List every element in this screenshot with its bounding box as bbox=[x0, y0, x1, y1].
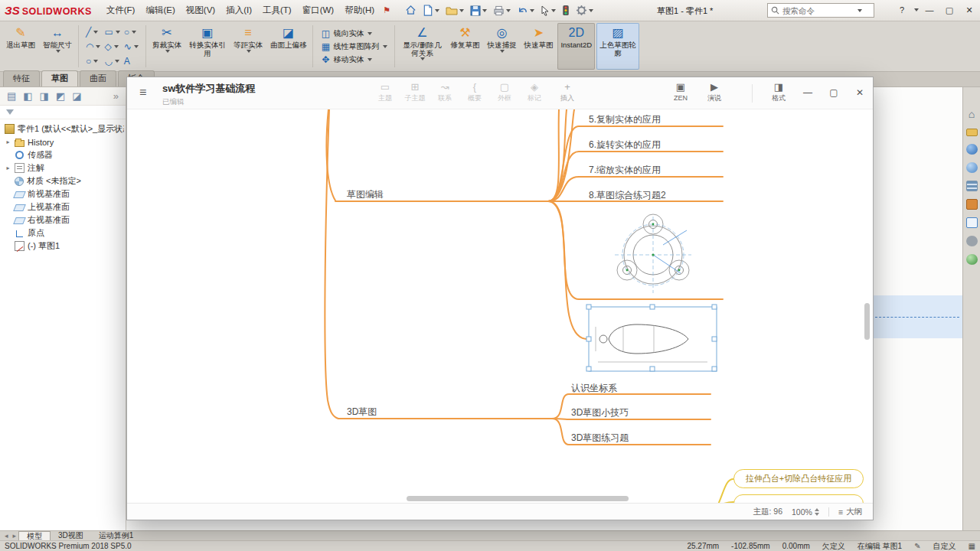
horizontal-scrollbar[interactable] bbox=[407, 496, 629, 501]
convert-entities-button[interactable]: ▣ 转换实体引用 bbox=[186, 23, 229, 70]
tool-boundary[interactable]: ▢ 外框 bbox=[490, 81, 519, 102]
arc-tool[interactable]: ◠ bbox=[86, 39, 100, 54]
pin-menu-icon[interactable]: ⚑ bbox=[383, 5, 390, 15]
tree-item-right-plane[interactable]: 右视基准面 bbox=[2, 214, 124, 227]
menu-file[interactable]: 文件(F) bbox=[101, 2, 141, 18]
menu-view[interactable]: 视图(V) bbox=[181, 2, 220, 18]
exit-sketch-button[interactable]: ✎ 退出草图 bbox=[3, 23, 38, 70]
save-button[interactable] bbox=[468, 4, 489, 18]
command-search[interactable] bbox=[767, 3, 874, 18]
open-button[interactable] bbox=[443, 4, 466, 18]
panel-chevron-icon[interactable]: » bbox=[113, 90, 119, 102]
offset-entities-button[interactable]: ≡ 等距实体 bbox=[230, 23, 266, 70]
tool-marker[interactable]: ◈ 标记 bbox=[520, 81, 549, 102]
branch-node-3d-sketch[interactable]: 3D草图 bbox=[347, 406, 377, 419]
fillet-tool[interactable]: ◡ bbox=[104, 54, 119, 68]
menu-edit[interactable]: 编辑(E) bbox=[140, 2, 180, 18]
tab-model[interactable]: 模型 bbox=[18, 531, 51, 540]
leaf-sketch-exercise2[interactable]: 8.草图综合练习题2 bbox=[589, 189, 666, 202]
tree-item-front-plane[interactable]: 前视基准面 bbox=[2, 187, 124, 201]
expand-arrow-icon[interactable]: ▸ bbox=[5, 139, 11, 145]
quick-snaps-button[interactable]: ◎ 快速捕捉 bbox=[484, 23, 519, 70]
display-relations-button[interactable]: ∠ 显示/删除几何关系 bbox=[398, 23, 446, 70]
instant2d-button[interactable]: 2D Instant2D bbox=[557, 23, 595, 70]
leaf-coordinate-system[interactable]: 认识坐标系 bbox=[571, 382, 617, 395]
tool-format[interactable]: ◨ 格式 bbox=[764, 81, 793, 102]
leaf-rotate-entities[interactable]: 6.旋转实体的应用 bbox=[589, 139, 661, 152]
hamburger-menu-icon[interactable]: ≡ bbox=[139, 86, 146, 99]
mindmap-maximize-button[interactable]: ▢ bbox=[821, 77, 847, 108]
mirror-entities-button[interactable]: ◫镜向实体 bbox=[320, 28, 387, 39]
shaded-sketch-contours-button[interactable]: ▨ 上色草图轮廓 bbox=[596, 23, 639, 70]
tree-root-part[interactable]: 零件1 (默认<<默认>_显示状态... bbox=[2, 122, 124, 135]
trim-entities-button[interactable]: ✂ 剪裁实体 bbox=[149, 23, 185, 70]
polygon-tool[interactable]: ◇ bbox=[104, 39, 119, 54]
forum-icon[interactable] bbox=[966, 217, 978, 228]
tool-zen[interactable]: ▣ ZEN bbox=[666, 81, 695, 102]
new-document-button[interactable] bbox=[420, 3, 442, 18]
tool-relationship[interactable]: ↝ 联系 bbox=[430, 81, 459, 102]
options-button[interactable] bbox=[573, 3, 596, 18]
help-button[interactable]: ? bbox=[893, 2, 911, 18]
print-button[interactable] bbox=[491, 4, 513, 18]
customize-statusbar[interactable]: 自定义 bbox=[933, 541, 956, 551]
zoom-stepper-icon[interactable] bbox=[815, 508, 819, 516]
tree-item-history[interactable]: ▸ History bbox=[2, 135, 124, 148]
propertymanager-icon[interactable]: ◧ bbox=[23, 90, 32, 102]
move-entities-button[interactable]: ✥移动实体 bbox=[320, 54, 387, 65]
select-button[interactable] bbox=[538, 4, 558, 18]
tab-3d-views[interactable]: 3D视图 bbox=[51, 531, 91, 540]
tab-surfaces[interactable]: 曲面 bbox=[80, 70, 116, 86]
offset-on-surface-button[interactable]: ◪ 曲面上偏移 bbox=[267, 23, 310, 70]
settings-pane-icon[interactable] bbox=[966, 236, 978, 246]
rectangle-tool[interactable]: ▭ bbox=[104, 24, 119, 39]
tool-present[interactable]: ▶ 演说 bbox=[700, 81, 729, 102]
tab-scroll-right-icon[interactable]: ▸ bbox=[11, 531, 19, 540]
tool-summary[interactable]: { 概要 bbox=[460, 81, 489, 102]
linear-pattern-button[interactable]: ▦线性草图阵列 bbox=[320, 41, 387, 52]
featuremanager-tree-icon[interactable]: ▤ bbox=[7, 90, 16, 102]
line-tool[interactable]: ╱ bbox=[86, 24, 100, 39]
close-button[interactable]: ✕ bbox=[960, 2, 978, 18]
menu-window[interactable]: 窗口(W) bbox=[297, 2, 340, 18]
resources-home-icon[interactable]: ⌂ bbox=[966, 109, 978, 119]
unit-grid-icon[interactable]: ▦ bbox=[969, 542, 975, 550]
feature-node-extrude-cut[interactable]: 拉伸凸台+切除凸台特征应用 bbox=[733, 469, 864, 488]
tree-item-top-plane[interactable]: 上视基准面 bbox=[2, 201, 124, 214]
tree-item-sensors[interactable]: 传感器 bbox=[2, 148, 124, 161]
ellipse-tool[interactable]: ○ bbox=[86, 54, 100, 68]
mindmap-canvas[interactable]: 草图编辑 3D草图 5.复制实体的应用 6.旋转实体的应用 7.缩放实体的应用 … bbox=[127, 109, 873, 503]
undo-button[interactable] bbox=[514, 4, 537, 18]
maximize-button[interactable]: ▢ bbox=[940, 2, 959, 18]
tab-features[interactable]: 特征 bbox=[3, 70, 40, 86]
zoom-control[interactable]: 100% bbox=[792, 507, 819, 517]
leaf-scale-entities[interactable]: 7.缩放实体的应用 bbox=[589, 164, 661, 177]
tree-filter-row[interactable] bbox=[0, 106, 126, 119]
tool-subtopic[interactable]: ⊞ 子主题 bbox=[400, 81, 430, 102]
rapid-sketch-button[interactable]: ➤ 快速草图 bbox=[521, 23, 556, 70]
circle-tool[interactable]: ○ bbox=[124, 24, 139, 39]
rebuild-button[interactable] bbox=[560, 3, 572, 18]
appearances-icon[interactable] bbox=[966, 181, 978, 191]
home-button[interactable] bbox=[403, 3, 419, 18]
mindmap-minimize-button[interactable]: — bbox=[795, 77, 821, 108]
tree-item-sketch1[interactable]: (-) 草图1 bbox=[2, 240, 124, 253]
smart-dimension-button[interactable]: ↔ 智能尺寸 bbox=[40, 23, 75, 70]
leaf-3d-sketch-tips[interactable]: 3D草图小技巧 bbox=[571, 406, 629, 419]
repair-sketch-button[interactable]: ⚒ 修复草图 bbox=[447, 23, 482, 70]
spline-tool[interactable]: ∿ bbox=[124, 39, 139, 54]
tree-item-annotations[interactable]: ▸ 注解 bbox=[2, 161, 124, 174]
text-tool[interactable]: A bbox=[124, 54, 139, 68]
tool-topic[interactable]: ▭ 主题 bbox=[371, 81, 400, 102]
view-palette-icon[interactable] bbox=[966, 162, 978, 173]
search-input[interactable] bbox=[782, 6, 853, 15]
file-explorer-icon[interactable] bbox=[966, 144, 978, 155]
menu-insert[interactable]: 插入(I) bbox=[220, 2, 257, 18]
leaf-copy-entities[interactable]: 5.复制实体的应用 bbox=[589, 113, 661, 126]
vertical-scrollbar[interactable] bbox=[864, 303, 870, 340]
tree-item-origin[interactable]: 原点 bbox=[2, 227, 124, 240]
dimxpertmanager-icon[interactable]: ◩ bbox=[56, 90, 65, 102]
tab-motion-study[interactable]: 运动算例1 bbox=[91, 531, 142, 540]
tab-sketch[interactable]: 草图 bbox=[41, 70, 78, 86]
custom-properties-icon[interactable] bbox=[966, 199, 978, 210]
